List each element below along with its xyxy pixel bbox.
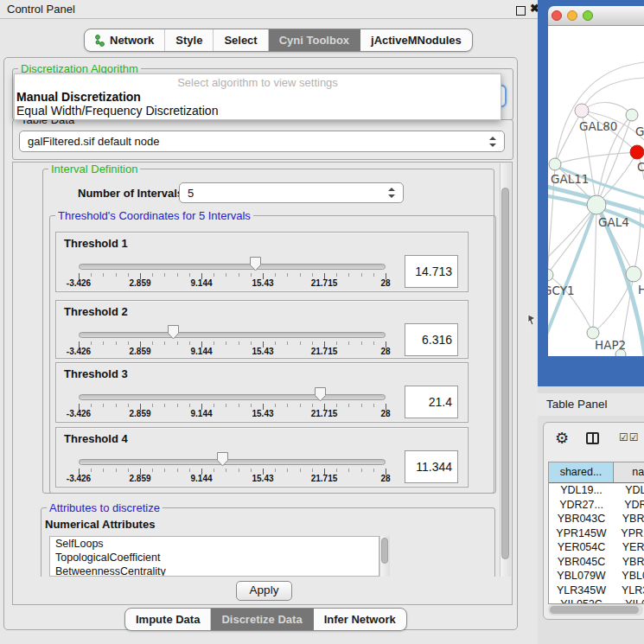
tab-discretize-data[interactable]: Discretize Data (210, 609, 312, 630)
table-cell[interactable]: YIL052C (614, 597, 644, 604)
table-cell[interactable]: YDL19... (614, 483, 644, 498)
table-row[interactable]: YDR27...YDR27... (549, 498, 644, 513)
table-cell[interactable]: YBR045C (614, 555, 644, 570)
tick-mark (348, 273, 349, 277)
network-edge[interactable] (555, 152, 637, 164)
network-graph[interactable]: GAL80GCGAL11GAL4GCY1HHAP2 (548, 26, 644, 356)
network-edge[interactable] (593, 205, 596, 333)
table-cell[interactable]: YLR345W (549, 583, 614, 598)
table-cell[interactable]: YPR145W (549, 526, 614, 541)
tab-infer-network[interactable]: Infer Network (313, 609, 406, 630)
attributes-list-scrollbar[interactable] (379, 536, 390, 577)
table-cell[interactable]: YER054C (614, 540, 644, 555)
network-window-titlebar[interactable] (548, 6, 644, 26)
network-edge[interactable] (548, 205, 596, 268)
network-window-frame[interactable]: GAL80GCGAL11GAL4GCY1HHAP2 (538, 0, 644, 386)
tab-select[interactable]: Select (213, 29, 267, 51)
apply-button[interactable]: Apply (236, 581, 292, 601)
network-edge[interactable] (555, 111, 582, 164)
network-node-hap2[interactable] (587, 327, 599, 339)
close-button-mac[interactable] (552, 10, 562, 21)
table-horizontal-scrollbar[interactable] (548, 604, 643, 615)
select-columns-icon[interactable]: ☑☑ (619, 431, 640, 443)
tick-mark (164, 341, 165, 345)
attribute-item-selfloops[interactable]: SelfLoops (50, 537, 379, 551)
threshold-2-slider-track[interactable] (79, 332, 386, 338)
tab-jactivemnodules[interactable]: jActiveMNodules (360, 29, 472, 51)
tab-network[interactable]: Network (85, 29, 164, 51)
column-header-name[interactable]: name (614, 462, 644, 483)
table-cell[interactable]: YDR27... (614, 498, 644, 513)
slider-thumb[interactable] (216, 451, 230, 468)
network-edge[interactable] (582, 103, 632, 115)
network-node-gal4[interactable] (587, 195, 606, 214)
network-edge-highlighted[interactable] (598, 207, 644, 356)
threshold-1-slider-track[interactable] (79, 264, 386, 270)
threshold-3-slider-track[interactable] (79, 394, 386, 400)
table-row[interactable]: YBR045CYBR045C (549, 555, 644, 570)
tab-style[interactable]: Style (164, 29, 213, 51)
scrollbar-thumb[interactable] (501, 188, 509, 559)
threshold-3-value-input[interactable]: 21.4 (405, 386, 458, 418)
attribute-item-topologicalcoefficient[interactable]: TopologicalCoefficient (50, 551, 379, 564)
network-node-h[interactable] (626, 266, 641, 282)
table-row[interactable]: YER054CYER054C (549, 540, 644, 555)
tab-impute-data[interactable]: Impute Data (125, 609, 210, 630)
network-node-c[interactable] (630, 145, 644, 159)
table-row[interactable]: YPR145WYPR145W (549, 526, 644, 541)
table-cell[interactable]: YPR145W (614, 526, 644, 541)
dropdown-option-manual-discretization[interactable]: Manual Discretization (16, 90, 141, 104)
zoom-button-mac[interactable] (583, 10, 593, 21)
table-cell[interactable]: YER054C (549, 540, 614, 555)
table-cell[interactable]: YDR27... (549, 498, 614, 513)
network-edge[interactable] (634, 207, 641, 274)
table-cell[interactable]: YBR043C (549, 512, 614, 526)
slider-thumb[interactable] (249, 256, 263, 272)
column-layout-icon[interactable] (586, 432, 599, 444)
threshold-1-value-input[interactable]: 14.713 (405, 255, 458, 288)
stepper-icon[interactable] (388, 188, 395, 198)
settings-scrollbar[interactable] (500, 163, 511, 577)
dropdown-option-equal-width-frequency-discretization[interactable]: Equal Width/Frequency Discretization (16, 104, 218, 118)
tab-cyni-toolbox[interactable]: Cyni Toolbox (268, 29, 360, 51)
tick-label: -3.426 (67, 474, 91, 483)
network-node-g[interactable] (626, 109, 638, 121)
cyni-toolbox-panel: Discretization Algorithm Select algorith… (3, 57, 518, 630)
threshold-2-value-input[interactable]: 6.316 (405, 323, 458, 356)
network-canvas[interactable]: GAL80GCGAL11GAL4GCY1HHAP2 (548, 26, 644, 356)
stepper-icon[interactable] (489, 137, 496, 147)
table-cell[interactable]: YBR045C (549, 555, 614, 570)
threshold-4-value-input[interactable]: 11.344 (405, 450, 458, 483)
table-cell[interactable]: YBL079W (614, 569, 644, 583)
slider-thumb[interactable] (167, 324, 181, 341)
table-row[interactable]: YBL079WYBL079W (549, 569, 644, 583)
scrollbar-thumb[interactable] (381, 538, 388, 564)
table-row[interactable]: YIL052CYIL052C (549, 597, 644, 604)
number-of-intervals-select[interactable]: 5 (179, 182, 404, 203)
network-node-gal80[interactable] (575, 104, 589, 118)
slider-thumb[interactable] (314, 386, 328, 403)
column-header-shared[interactable]: shared... (549, 462, 614, 483)
table-cell[interactable]: YBL079W (549, 569, 614, 583)
scrollbar-thumb[interactable] (550, 606, 639, 614)
network-node-gal11[interactable] (549, 158, 561, 170)
float-window-icon[interactable] (516, 6, 526, 16)
table-row[interactable]: YBR043CYBR043C (549, 512, 644, 526)
settings-gear-icon[interactable]: ⚙ (555, 430, 569, 446)
table-row[interactable]: YLR345WYLR345W (549, 583, 644, 598)
table-row[interactable]: YDL19...YDL19... (549, 483, 644, 498)
threshold-4-slider-track[interactable] (79, 459, 386, 465)
table-cell[interactable]: YIL052C (549, 597, 614, 604)
network-edge[interactable] (548, 205, 596, 275)
network-node[interactable] (615, 349, 626, 356)
minimize-button-mac[interactable] (567, 10, 577, 21)
network-node-gcy1[interactable] (548, 269, 553, 281)
numerical-attributes-list[interactable]: SelfLoopsTopologicalCoefficientBetweenne… (49, 536, 379, 577)
network-edge[interactable] (596, 152, 637, 205)
table-cell[interactable]: YLR345W (614, 583, 644, 598)
table-cell[interactable]: YDL19... (549, 483, 614, 498)
table-cell[interactable]: YBR043C (614, 512, 644, 526)
attribute-item-betweennesscentrality[interactable]: BetweennessCentrality (50, 564, 379, 577)
table-data-select[interactable]: galFiltered.sif default node (19, 131, 505, 152)
network-edge-highlighted[interactable] (548, 209, 595, 344)
